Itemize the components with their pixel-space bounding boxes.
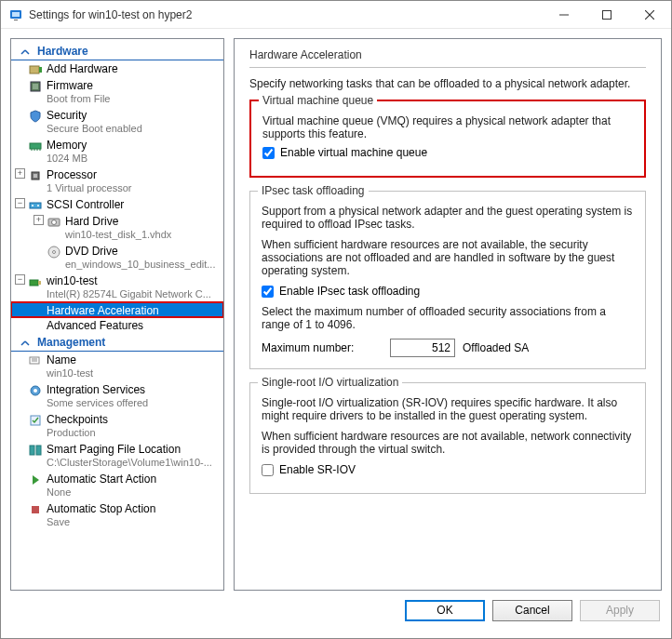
firmware-icon xyxy=(28,79,43,94)
svg-point-22 xyxy=(52,220,57,225)
ipsec-max-input[interactable] xyxy=(390,339,455,357)
memory-icon xyxy=(28,139,43,153)
ipsec-checkbox-row[interactable]: Enable IPsec task offloading xyxy=(262,285,634,298)
group-vmq-legend: Virtual machine queue xyxy=(259,94,377,107)
stop-action-icon xyxy=(28,502,43,517)
tree-checkpoints[interactable]: Checkpoints Production xyxy=(11,411,223,441)
group-sriov-legend: Single-root I/O virtualization xyxy=(258,376,402,389)
navigation-tree[interactable]: Hardware Add Hardware Firmware Boot from… xyxy=(10,38,224,591)
tree-checkpoints-sub: Production xyxy=(47,426,108,441)
detail-title: Hardware Acceleration xyxy=(249,48,646,65)
tree-firmware[interactable]: Firmware Boot from File xyxy=(11,77,223,107)
dvd-icon xyxy=(47,245,61,260)
tree-memory-sub: 1024 MB xyxy=(47,152,87,166)
svg-rect-1 xyxy=(12,12,20,17)
tree-advanced-features[interactable]: Advanced Features xyxy=(11,317,223,332)
controller-icon xyxy=(28,198,43,213)
minimize-button[interactable] xyxy=(543,1,585,29)
svg-point-19 xyxy=(32,205,34,206)
tree-processor[interactable]: + Processor 1 Virtual processor xyxy=(11,166,223,196)
start-action-icon xyxy=(28,473,43,487)
expand-icon[interactable]: + xyxy=(34,215,44,225)
sriov-checkbox[interactable] xyxy=(262,464,274,476)
tree-security-sub: Secure Boot enabled xyxy=(47,122,142,137)
svg-rect-17 xyxy=(34,174,37,178)
tree-name-label: Name xyxy=(47,353,93,366)
chevron-down-icon xyxy=(20,338,30,347)
tree-adv-feat-label: Advanced Features xyxy=(47,319,143,332)
dialog-buttons: OK Cancel Apply xyxy=(1,591,671,630)
tree-dvd-drive[interactable]: DVD Drive en_windows_10_business_edit... xyxy=(11,243,223,273)
svg-marker-35 xyxy=(33,475,39,485)
tree-firmware-label: Firmware xyxy=(47,79,110,92)
ipsec-desc1: Support from a physical network adapter … xyxy=(262,205,634,231)
tree-auto-start[interactable]: Automatic Start Action None xyxy=(11,471,223,500)
close-button[interactable] xyxy=(628,1,671,29)
tree-name[interactable]: Name win10-test xyxy=(11,352,223,381)
ipsec-select-desc: Select the maximum number of offloaded s… xyxy=(262,305,634,331)
tree-hard-drive[interactable]: + Hard Drive win10-test_disk_1.vhdx xyxy=(11,213,223,243)
tree-paging-file[interactable]: Smart Paging File Location C:\ClusterSto… xyxy=(11,441,223,471)
ok-button[interactable]: OK xyxy=(405,600,485,621)
tree-security[interactable]: Security Secure Boot enabled xyxy=(11,107,223,137)
group-vmq: Virtual machine queue Virtual machine qu… xyxy=(249,100,646,178)
section-hardware[interactable]: Hardware xyxy=(11,43,223,60)
tree-hw-accel-label: Hardware Acceleration xyxy=(47,304,159,317)
sriov-desc1: Single-root I/O virtualization (SR-IOV) … xyxy=(262,396,634,422)
svg-rect-7 xyxy=(30,66,39,73)
services-icon xyxy=(28,383,43,398)
tree-memory[interactable]: Memory 1024 MB xyxy=(11,137,223,166)
tree-hardware-acceleration[interactable]: Hardware Acceleration xyxy=(11,302,223,317)
tree-auto-start-label: Automatic Start Action xyxy=(47,473,156,486)
expand-icon[interactable]: + xyxy=(15,168,25,179)
tree-add-hardware[interactable]: Add Hardware xyxy=(11,60,223,77)
tree-network-adapter[interactable]: − win10-test Intel(R) 82574L Gigabit Net… xyxy=(11,273,223,302)
tree-add-hardware-label: Add Hardware xyxy=(47,62,118,75)
app-icon xyxy=(8,7,23,22)
title-bar: Settings for win10-test on hyper2 xyxy=(1,1,671,29)
hard-drive-icon xyxy=(47,215,61,230)
tree-integration-sub: Some services offered xyxy=(47,396,148,411)
vmq-checkbox[interactable] xyxy=(262,147,275,159)
svg-rect-34 xyxy=(36,446,41,455)
cancel-button[interactable]: Cancel xyxy=(492,600,572,621)
section-management-label: Management xyxy=(37,336,105,349)
ipsec-checkbox[interactable] xyxy=(262,286,274,298)
tree-nic-sub: Intel(R) 82574L Gigabit Network C... xyxy=(47,287,211,302)
tree-hard-drive-sub: win10-test_disk_1.vhdx xyxy=(65,228,171,243)
tree-hard-drive-label: Hard Drive xyxy=(65,215,171,228)
ipsec-max-label: Maximum number: xyxy=(262,341,383,354)
apply-button[interactable]: Apply xyxy=(580,600,660,621)
collapse-icon[interactable]: − xyxy=(15,274,25,285)
tree-scsi-label: SCSI Controller xyxy=(47,198,124,211)
tree-checkpoints-label: Checkpoints xyxy=(47,413,108,426)
network-icon xyxy=(28,274,43,289)
cpu-icon xyxy=(28,168,43,183)
sriov-checkbox-row[interactable]: Enable SR-IOV xyxy=(262,463,634,476)
group-ipsec: IPsec task offloading Support from a phy… xyxy=(249,191,646,369)
paging-icon xyxy=(28,443,43,458)
vmq-checkbox-row[interactable]: Enable virtual machine queue xyxy=(262,146,633,159)
tree-dvd-label: DVD Drive xyxy=(65,245,215,258)
group-ipsec-legend: IPsec task offloading xyxy=(258,184,369,197)
svg-rect-10 xyxy=(33,84,38,89)
tree-nic-label: win10-test xyxy=(47,274,211,287)
section-management[interactable]: Management xyxy=(11,334,223,352)
tree-scsi[interactable]: − SCSI Controller xyxy=(11,196,223,213)
tree-integration-services[interactable]: Integration Services Some services offer… xyxy=(11,381,223,411)
maximize-button[interactable] xyxy=(585,1,628,29)
tree-auto-stop-sub: Save xyxy=(47,515,155,530)
tree-integration-label: Integration Services xyxy=(47,383,148,396)
tree-memory-label: Memory xyxy=(47,139,87,152)
add-hardware-icon xyxy=(28,62,43,77)
svg-rect-18 xyxy=(30,203,41,208)
collapse-icon[interactable]: − xyxy=(15,198,25,208)
tree-auto-stop[interactable]: Automatic Stop Action Save xyxy=(11,500,223,530)
section-hardware-label: Hardware xyxy=(37,45,88,58)
svg-point-31 xyxy=(34,389,37,393)
tree-paging-label: Smart Paging File Location xyxy=(47,443,212,456)
tree-dvd-sub: en_windows_10_business_edit... xyxy=(65,258,215,273)
group-sriov: Single-root I/O virtualization Single-ro… xyxy=(249,382,646,494)
svg-rect-4 xyxy=(603,10,612,19)
tree-auto-stop-label: Automatic Stop Action xyxy=(47,502,155,515)
